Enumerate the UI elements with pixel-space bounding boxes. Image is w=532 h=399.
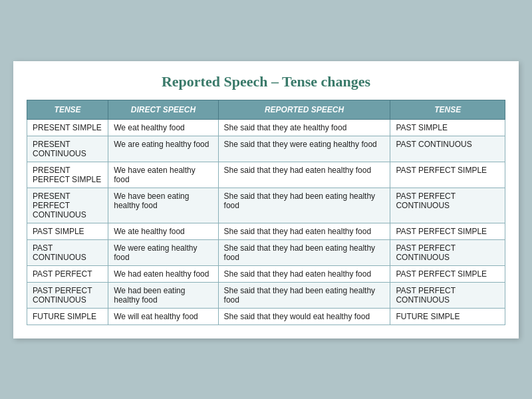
cell-tense: PRESENT SIMPLE xyxy=(27,119,108,136)
main-card: Reported Speech – Tense changes TENSE DI… xyxy=(13,61,519,338)
cell-reported: She said that they had eaten healthy foo… xyxy=(218,223,390,239)
cell-direct: We ate healthy food xyxy=(108,223,218,239)
cell-tense: PRESENT PERFECT CONTINUOUS xyxy=(27,188,108,223)
header-reported-speech: REPORTED SPEECH xyxy=(218,100,390,119)
cell-reported: She said that they had been eating healt… xyxy=(218,188,390,223)
cell-tense: PAST PERFECT xyxy=(27,265,108,282)
cell-tense2: PAST PERFECT SIMPLE xyxy=(390,265,505,282)
cell-tense2: FUTURE SIMPLE xyxy=(390,308,505,325)
cell-tense2: PAST PERFECT CONTINUOUS xyxy=(390,239,505,265)
cell-tense: FUTURE SIMPLE xyxy=(27,308,108,325)
cell-reported: She said that they had eaten healthy foo… xyxy=(218,162,390,188)
cell-tense2: PAST PERFECT CONTINUOUS xyxy=(390,188,505,223)
cell-reported: She said that they were eating healthy f… xyxy=(218,136,390,162)
cell-direct: We were eating healthy food xyxy=(108,239,218,265)
table-row: PRESENT SIMPLEWe eat healthy foodShe sai… xyxy=(27,119,505,136)
cell-tense: PRESENT PERFECT SIMPLE xyxy=(27,162,108,188)
cell-reported: She said that they had been eating healt… xyxy=(218,282,390,308)
cell-tense: PAST CONTINUOUS xyxy=(27,239,108,265)
table-row: PRESENT PERFECT SIMPLEWe have eaten heal… xyxy=(27,162,505,188)
header-tense2: TENSE xyxy=(390,100,505,119)
table-row: PAST PERFECT CONTINUOUSWe had been eatin… xyxy=(27,282,505,308)
header-tense: TENSE xyxy=(27,100,108,119)
table-row: PAST PERFECTWe had eaten healthy foodShe… xyxy=(27,265,505,282)
cell-direct: We have been eating healthy food xyxy=(108,188,218,223)
header-direct-speech: DIRECT SPEECH xyxy=(108,100,218,119)
cell-tense2: PAST SIMPLE xyxy=(390,119,505,136)
cell-tense: PRESENT CONTINUOUS xyxy=(27,136,108,162)
cell-tense2: PAST PERFECT SIMPLE xyxy=(390,223,505,239)
cell-reported: She said that they had eaten healthy foo… xyxy=(218,265,390,282)
cell-reported: She said that they ate healthy food xyxy=(218,119,390,136)
table-row: PRESENT CONTINUOUSWe are eating healthy … xyxy=(27,136,505,162)
cell-tense2: PAST PERFECT SIMPLE xyxy=(390,162,505,188)
cell-reported: She said that they would eat healthy foo… xyxy=(218,308,390,325)
table-row: FUTURE SIMPLEWe will eat healthy foodShe… xyxy=(27,308,505,325)
cell-direct: We had been eating healthy food xyxy=(108,282,218,308)
table-row: PAST SIMPLEWe ate healthy foodShe said t… xyxy=(27,223,505,239)
page-title: Reported Speech – Tense changes xyxy=(27,73,505,90)
table-row: PRESENT PERFECT CONTINUOUSWe have been e… xyxy=(27,188,505,223)
cell-reported: She said that they had been eating healt… xyxy=(218,239,390,265)
cell-tense: PAST PERFECT CONTINUOUS xyxy=(27,282,108,308)
cell-direct: We eat healthy food xyxy=(108,119,218,136)
cell-direct: We will eat healthy food xyxy=(108,308,218,325)
cell-tense2: PAST CONTINUOUS xyxy=(390,136,505,162)
cell-direct: We are eating healthy food xyxy=(108,136,218,162)
cell-tense2: PAST PERFECT CONTINUOUS xyxy=(390,282,505,308)
cell-direct: We had eaten healthy food xyxy=(108,265,218,282)
tense-table: TENSE DIRECT SPEECH REPORTED SPEECH TENS… xyxy=(27,100,505,325)
table-row: PAST CONTINUOUSWe were eating healthy fo… xyxy=(27,239,505,265)
cell-tense: PAST SIMPLE xyxy=(27,223,108,239)
cell-direct: We have eaten healthy food xyxy=(108,162,218,188)
